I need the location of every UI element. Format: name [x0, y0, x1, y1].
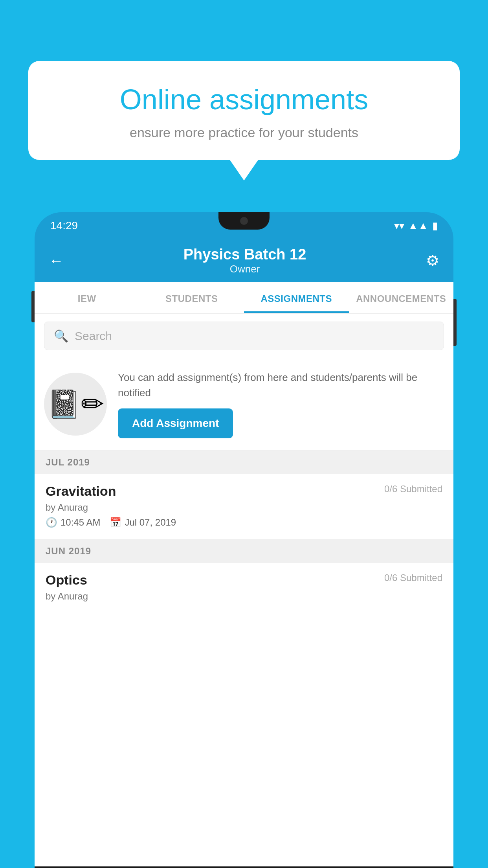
notch [218, 212, 270, 230]
assignment-by: by Anurag [46, 502, 442, 513]
speech-bubble-card: Online assignments ensure more practice … [28, 61, 460, 160]
status-icons: ▾▾ ▲▲ ▮ [394, 220, 438, 232]
assignment-top-row: Gravitation 0/6 Submitted [46, 484, 442, 499]
tab-assignments[interactable]: ASSIGNMENTS [244, 282, 349, 313]
search-icon: 🔍 [54, 329, 68, 343]
tab-students[interactable]: STUDENTS [139, 282, 244, 313]
camera [240, 217, 248, 225]
assignment-date: Jul 07, 2019 [125, 517, 176, 528]
volume-button [31, 291, 35, 322]
app-header: ← Physics Batch 12 Owner ⚙ [35, 239, 453, 282]
signal-icon: ▲▲ [408, 220, 428, 232]
notebook-icon: 📓✏ [47, 388, 104, 420]
header-title: Physics Batch 12 [183, 246, 306, 263]
clock-icon: 🕐 [46, 517, 57, 528]
promo-section: 📓✏ You can add assignment(s) from here a… [35, 358, 453, 451]
status-bar: 14:29 ▾▾ ▲▲ ▮ [35, 212, 453, 239]
promo-description: You can add assignment(s) from here and … [118, 370, 444, 401]
assignment-by-optics: by Anurag [46, 591, 442, 602]
power-button [453, 299, 457, 346]
promo-icon-circle: 📓✏ [44, 373, 107, 436]
bubble-subtitle: ensure more practice for your students [52, 125, 436, 140]
tabs-bar: IEW STUDENTS ASSIGNMENTS ANNOUNCEMENTS [35, 282, 453, 314]
bubble-title: Online assignments [52, 83, 436, 116]
status-time: 14:29 [50, 219, 78, 232]
header-center: Physics Batch 12 Owner [183, 246, 306, 275]
wifi-icon: ▾▾ [394, 220, 404, 232]
add-assignment-button[interactable]: Add Assignment [118, 408, 233, 438]
assignment-item-gravitation[interactable]: Gravitation 0/6 Submitted by Anurag 🕐 10… [35, 474, 453, 539]
assignment-submitted-optics: 0/6 Submitted [384, 572, 442, 583]
search-input-wrap[interactable]: 🔍 Search [44, 322, 444, 350]
search-bar: 🔍 Search [35, 314, 453, 358]
assignment-name-optics: Optics [46, 572, 87, 588]
assignment-time: 10:45 AM [61, 517, 100, 528]
phone-content: 🔍 Search 📓✏ You can add assignment(s) fr… [35, 314, 453, 866]
tab-iew[interactable]: IEW [35, 282, 139, 313]
meta-time: 🕐 10:45 AM [46, 517, 100, 528]
promo-text-col: You can add assignment(s) from here and … [118, 370, 444, 438]
assignment-top-row-optics: Optics 0/6 Submitted [46, 572, 442, 588]
settings-icon[interactable]: ⚙ [426, 252, 439, 269]
calendar-icon: 📅 [110, 517, 121, 528]
battery-icon: ▮ [432, 220, 438, 232]
assignment-meta: 🕐 10:45 AM 📅 Jul 07, 2019 [46, 517, 442, 528]
header-subtitle: Owner [183, 263, 306, 275]
assignment-submitted: 0/6 Submitted [384, 484, 442, 495]
assignment-item-optics[interactable]: Optics 0/6 Submitted by Anurag [35, 563, 453, 617]
month-header-jun: JUN 2019 [35, 539, 453, 563]
back-button[interactable]: ← [49, 252, 64, 269]
phone-frame: 14:29 ▾▾ ▲▲ ▮ ← Physics Batch 12 Owner ⚙… [35, 212, 453, 868]
assignment-name: Gravitation [46, 484, 116, 499]
meta-date: 📅 Jul 07, 2019 [110, 517, 176, 528]
tab-announcements[interactable]: ANNOUNCEMENTS [349, 282, 454, 313]
month-header-jul: JUL 2019 [35, 451, 453, 474]
search-input[interactable]: Search [75, 329, 112, 343]
